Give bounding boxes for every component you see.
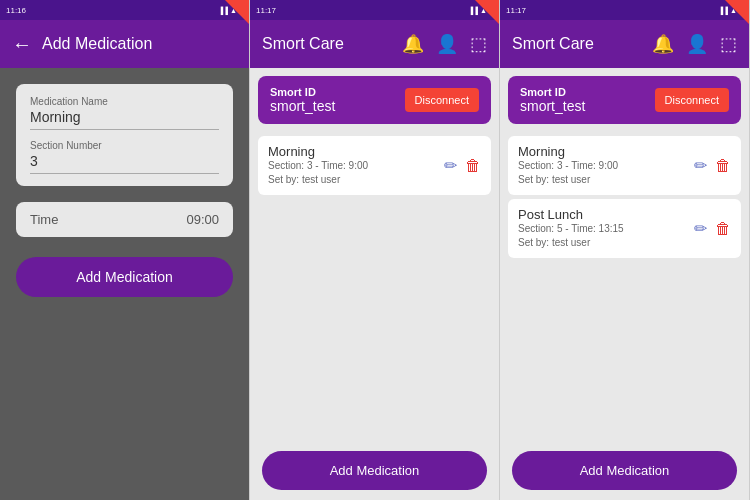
smort-id-card-3: Smort ID smort_test Disconnect	[508, 76, 741, 124]
med-item-postlunch-3: Post Lunch Section: 5 - Time: 13:15 Set …	[508, 199, 741, 258]
section-number-input[interactable]: 3	[30, 153, 219, 174]
app-bar-1: ← Add Medication	[0, 20, 249, 68]
time-field[interactable]: Time 09:00	[16, 202, 233, 237]
smort-id-value-2: smort_test	[270, 98, 335, 114]
med-section-morning-3: Section: 3 - Time: 9:00	[518, 159, 694, 173]
status-bar-3: 11:17 ▐▐ ▲ ▮	[500, 0, 749, 20]
smort-id-label-2: Smort ID	[270, 86, 335, 98]
edit-button-postlunch-3[interactable]: ✏	[694, 219, 707, 238]
signal-icon: ▐▐	[218, 7, 228, 14]
bell-icon-3[interactable]: 🔔	[652, 33, 674, 55]
app-bar-title-1: Add Medication	[42, 35, 237, 53]
status-bar-2: 11:17 ▐▐ ▲ ▮	[250, 0, 499, 20]
panel-smort-care-2: 11:17 ▐▐ ▲ ▮ Smort Care 🔔 👤 ⬚ Smort ID s…	[500, 0, 750, 500]
app-bar-actions-3: 🔔 👤 ⬚	[652, 33, 737, 55]
med-name-postlunch-3: Post Lunch	[518, 207, 694, 222]
status-bar-1: 11:16 ▐▐ ▲ ▮	[0, 0, 249, 20]
add-medication-button-3[interactable]: Add Medication	[512, 451, 737, 490]
app-bar-title-3: Smort Care	[512, 35, 642, 53]
med-setby-postlunch-3: Set by: test user	[518, 236, 694, 250]
status-time-1: 11:16	[6, 6, 26, 15]
logout-icon-3[interactable]: ⬚	[720, 33, 737, 55]
signal-icon-2: ▐▐	[468, 7, 478, 14]
disconnect-button-3[interactable]: Disconnect	[655, 88, 729, 112]
app-bar-actions-2: 🔔 👤 ⬚	[402, 33, 487, 55]
med-name-morning-3: Morning	[518, 144, 694, 159]
person-icon-3[interactable]: 👤	[686, 33, 708, 55]
medication-form-card: Medication Name Morning Section Number 3	[16, 84, 233, 186]
smort-id-info-2: Smort ID smort_test	[270, 86, 335, 114]
medication-name-label: Medication Name	[30, 96, 219, 107]
medication-list-3: Morning Section: 3 - Time: 9:00 Set by: …	[500, 132, 749, 441]
logout-icon-2[interactable]: ⬚	[470, 33, 487, 55]
bottom-bar-2: Add Medication	[250, 441, 499, 500]
medication-list-2: Morning Section: 3 - Time: 9:00 Set by: …	[250, 132, 499, 441]
panel-add-medication: 11:16 ▐▐ ▲ ▮ ← Add Medication Medication…	[0, 0, 250, 500]
med-info-postlunch-3: Post Lunch Section: 5 - Time: 13:15 Set …	[518, 207, 694, 250]
bottom-bar-3: Add Medication	[500, 441, 749, 500]
status-time-2: 11:17	[256, 6, 276, 15]
time-label: Time	[30, 212, 58, 227]
med-actions-morning-2: ✏ 🗑	[444, 156, 481, 175]
med-info-morning-2: Morning Section: 3 - Time: 9:00 Set by: …	[268, 144, 444, 187]
delete-button-morning-2[interactable]: 🗑	[465, 157, 481, 175]
section-number-label: Section Number	[30, 140, 219, 151]
panel-smort-care-1: 11:17 ▐▐ ▲ ▮ Smort Care 🔔 👤 ⬚ Smort ID s…	[250, 0, 500, 500]
delete-button-morning-3[interactable]: 🗑	[715, 157, 731, 175]
smort-id-card-2: Smort ID smort_test Disconnect	[258, 76, 491, 124]
delete-button-postlunch-3[interactable]: 🗑	[715, 220, 731, 238]
med-item-morning-2: Morning Section: 3 - Time: 9:00 Set by: …	[258, 136, 491, 195]
panel-3-content: Smort ID smort_test Disconnect Morning S…	[500, 68, 749, 500]
bell-icon-2[interactable]: 🔔	[402, 33, 424, 55]
status-time-3: 11:17	[506, 6, 526, 15]
edit-button-morning-2[interactable]: ✏	[444, 156, 457, 175]
disconnect-button-2[interactable]: Disconnect	[405, 88, 479, 112]
time-value: 09:00	[186, 212, 219, 227]
smort-id-info-3: Smort ID smort_test	[520, 86, 585, 114]
add-medication-button-2[interactable]: Add Medication	[262, 451, 487, 490]
section-number-field: Section Number 3	[30, 140, 219, 174]
app-bar-3: Smort Care 🔔 👤 ⬚	[500, 20, 749, 68]
med-actions-morning-3: ✏ 🗑	[694, 156, 731, 175]
med-info-morning-3: Morning Section: 3 - Time: 9:00 Set by: …	[518, 144, 694, 187]
med-item-morning-3: Morning Section: 3 - Time: 9:00 Set by: …	[508, 136, 741, 195]
med-section-morning-2: Section: 3 - Time: 9:00	[268, 159, 444, 173]
back-button[interactable]: ←	[12, 33, 32, 56]
signal-icon-3: ▐▐	[718, 7, 728, 14]
panel-2-content: Smort ID smort_test Disconnect Morning S…	[250, 68, 499, 500]
app-bar-title-2: Smort Care	[262, 35, 392, 53]
form-content: Medication Name Morning Section Number 3…	[0, 68, 249, 500]
person-icon-2[interactable]: 👤	[436, 33, 458, 55]
medication-name-input[interactable]: Morning	[30, 109, 219, 130]
med-name-morning-2: Morning	[268, 144, 444, 159]
med-setby-morning-3: Set by: test user	[518, 173, 694, 187]
smort-id-label-3: Smort ID	[520, 86, 585, 98]
app-bar-2: Smort Care 🔔 👤 ⬚	[250, 20, 499, 68]
med-actions-postlunch-3: ✏ 🗑	[694, 219, 731, 238]
med-section-postlunch-3: Section: 5 - Time: 13:15	[518, 222, 694, 236]
med-setby-morning-2: Set by: test user	[268, 173, 444, 187]
smort-id-value-3: smort_test	[520, 98, 585, 114]
add-medication-button-1[interactable]: Add Medication	[16, 257, 233, 297]
edit-button-morning-3[interactable]: ✏	[694, 156, 707, 175]
